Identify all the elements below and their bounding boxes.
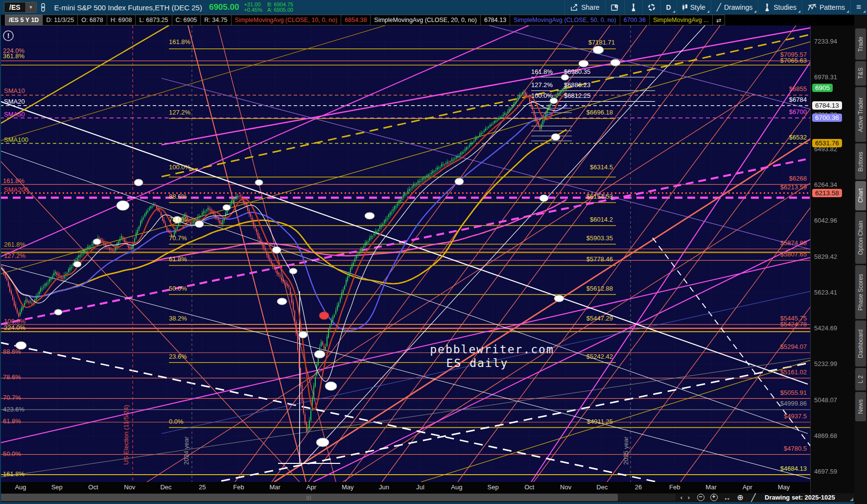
drawings-menu[interactable]: ╱ Drawings	[711, 0, 758, 15]
chart-label: $4780.5	[784, 445, 807, 452]
chart-label: 127.2%	[169, 109, 191, 116]
chart-scrollbar[interactable]: |||	[0, 494, 676, 501]
onenote-button[interactable]: i	[605, 0, 624, 15]
studies-menu[interactable]: Studies	[758, 0, 802, 15]
share-button[interactable]: Share	[564, 0, 605, 15]
month-tick-label: Aug	[451, 483, 462, 491]
price-chart-canvas[interactable]: !161.8%224.0%361.8%SMA10SMA20SMA50SMA100…	[0, 25, 810, 482]
sidebar-tab-active-trader[interactable]: Active Trader	[855, 87, 866, 142]
chart-label: 70.7%	[169, 234, 187, 242]
chart-label: 88.6%	[3, 348, 21, 355]
drawing-pencil-icon[interactable]: ╱	[748, 493, 759, 502]
month-tick-label: Jun	[379, 483, 389, 491]
ohlc-field: O: 6878	[78, 15, 107, 25]
scroll-right-arrow[interactable]: ›	[685, 493, 692, 502]
fit-width-icon[interactable]: ↔	[722, 493, 732, 502]
chart-label: 2024 year	[183, 436, 190, 465]
study-label[interactable]: SimpleMovingAvg (CLOSE, 50, 0, no)	[510, 15, 620, 25]
resize-corner[interactable]	[850, 498, 853, 501]
chart-label: 50.0%	[3, 450, 21, 458]
sidebar-tab-chart[interactable]: Chart	[855, 181, 866, 210]
ohlc-status-bar: /ES 5 Y 1DD: 11/3/25O: 6878H: 6908L: 687…	[0, 15, 854, 25]
pattern-w-icon	[808, 4, 817, 11]
chart-label: $5424.78	[780, 321, 807, 328]
scrollbar-thumb[interactable]: |||	[0, 494, 618, 501]
style-menu[interactable]: Style	[677, 0, 711, 15]
sidebar-tab-trade[interactable]: Trade	[855, 28, 866, 60]
study-label[interactable]: SimpleMovingAvg (CLOSE, 10, 0, no)	[232, 15, 342, 25]
chart-label: 50.0%	[169, 285, 187, 292]
sidebar-tab-phase-scores[interactable]: Phase Scores	[855, 265, 866, 319]
price-axis[interactable]: 7233.946978.316721.706493.826264.346042.…	[810, 25, 854, 493]
sidebar-tab-option-chain[interactable]: Option Chain	[855, 212, 866, 264]
link-chart-icon[interactable]	[40, 3, 47, 12]
price-tick: 5048.07	[814, 396, 837, 404]
sidebar-tab-l-2[interactable]: L 2	[855, 368, 866, 390]
zoom-in-button[interactable]: +	[708, 493, 719, 502]
month-tick-label: Jul	[416, 483, 424, 491]
price-tick: 5829.42	[814, 253, 837, 260]
chart-label: 261.8%	[4, 241, 26, 248]
chart-label: $6014.2	[590, 216, 613, 223]
month-tick-label: Nov	[560, 483, 571, 491]
sidebar-tab-t-s[interactable]: T&S	[855, 61, 866, 86]
chart-label: $6700	[789, 108, 807, 115]
chart-label: $6812.25	[564, 92, 590, 99]
bid-ask: B: 6904.75A: 6905.00	[267, 2, 293, 13]
chart-label: $6532	[789, 134, 807, 141]
price-tick: 6978.31	[814, 73, 837, 81]
hamburger-icon: ≡	[856, 2, 862, 12]
chart-label: 127.2%	[4, 252, 26, 259]
chart-label: $7181.71	[588, 39, 615, 46]
study-label[interactable]: SimpleMovingAvg ...	[650, 15, 713, 25]
month-tick-label: 25	[199, 483, 206, 491]
chart-area[interactable]: !161.8%224.0%361.8%SMA10SMA20SMA50SMA100…	[0, 25, 810, 482]
chart-grid-menu[interactable]: ≡	[850, 0, 867, 15]
timeframe-menu[interactable]: D	[660, 0, 677, 15]
chart-label: $5807.65	[780, 251, 807, 258]
month-tick-label: Oct	[524, 483, 534, 491]
chart-label: $5612.88	[586, 285, 613, 292]
chart-label: $6268	[789, 175, 807, 182]
trendline-icon: ╱	[717, 3, 721, 12]
patterns-menu[interactable]: Patterns	[802, 0, 850, 15]
collapse-studies-icon[interactable]: ⇄	[713, 15, 725, 25]
sidebar-tab-buttons[interactable]: Buttons	[855, 143, 866, 180]
chart-label: $5242.42	[586, 353, 613, 360]
analyze-flask-button[interactable]	[624, 0, 642, 15]
symbol-timeframe-chip: /ES 5 Y 1D	[5, 15, 43, 25]
crosshair-icon[interactable]: ⊕	[735, 493, 746, 502]
chart-label: $5294.07	[780, 343, 807, 350]
chart-label: 23.6%	[169, 353, 187, 360]
ohlc-field: D: 11/3/25	[43, 15, 78, 25]
price-tick: 7233.94	[814, 38, 837, 45]
drawing-set-label[interactable]: Drawing set: 2025-1025	[765, 494, 835, 501]
price-badge: 6700.36	[812, 114, 842, 122]
chart-label: $5874.88	[780, 239, 807, 247]
chart-label: 61.8%	[169, 255, 187, 263]
month-tick-label: Dec	[596, 483, 608, 491]
sidebar-tab-news[interactable]: News	[855, 392, 866, 421]
chart-label: SMA200	[4, 186, 28, 193]
settings-button[interactable]	[642, 0, 660, 15]
candle-icon	[682, 4, 687, 11]
price-tick: 6042.96	[814, 217, 837, 224]
scroll-left-arrow[interactable]: ‹	[678, 493, 685, 502]
symbol-select[interactable]: /ES ▼	[4, 2, 37, 13]
sidebar-tab-dashboard[interactable]: Dashboard	[855, 321, 866, 367]
chart-label: $4911.25	[587, 418, 613, 425]
time-axis[interactable]: AugSepOctNovDec25FebMarAprMayJunJulAugSe…	[0, 482, 810, 493]
thinkorswim-app: /ES ▼ E-mini S&P 500 Index Futures,ETH (…	[0, 0, 867, 504]
chart-bottom-bar: ||| ‹ › − + ↔ ⊕ ╱ Drawing set: 2025-1025	[0, 493, 854, 502]
zoom-out-button[interactable]: −	[695, 493, 706, 502]
price-change: +31.00+0.45%	[244, 2, 262, 13]
symbol-caret-icon[interactable]: ▼	[25, 2, 36, 12]
chart-label: $6154.53	[586, 193, 613, 200]
chart-label: $6696.18	[586, 109, 613, 116]
bottom-accent-strip	[0, 502, 867, 504]
month-tick-label: Feb	[669, 483, 680, 491]
ohlc-field: R: 34.75	[201, 15, 231, 25]
chart-label: $5903.35	[586, 234, 613, 242]
price-badge: 6213.58	[812, 189, 842, 197]
study-label[interactable]: SimpleMovingAvg (CLOSE, 20, 0, no)	[371, 15, 481, 25]
